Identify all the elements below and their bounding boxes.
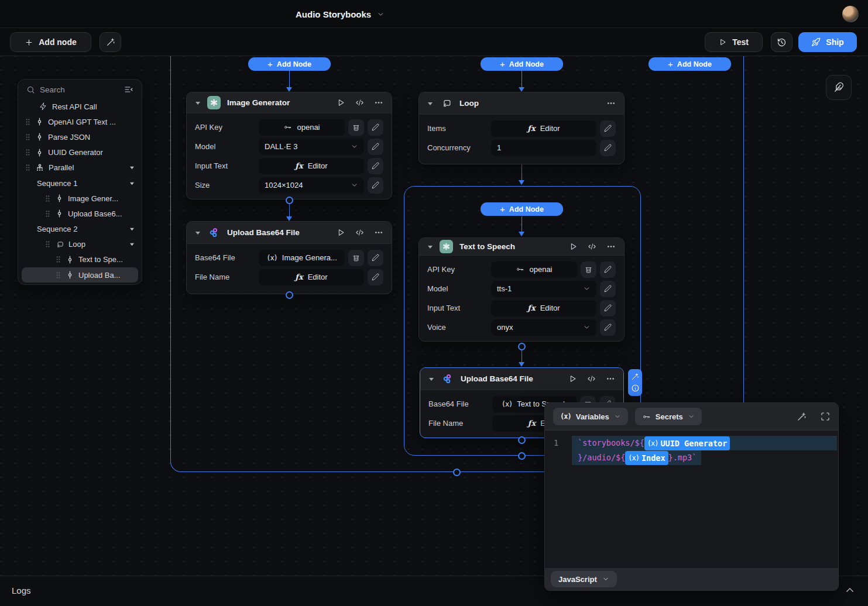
sidebar-item-upload-base64[interactable]: Upload Base6... <box>22 206 138 221</box>
delete-value-button[interactable] <box>348 250 364 266</box>
node-image-generator[interactable]: Image Generator API Key openai Model DAL… <box>186 92 392 199</box>
model-select[interactable]: DALL·E 3 <box>259 139 364 155</box>
edit-value-button[interactable] <box>600 300 616 316</box>
variable-value[interactable]: (x) Image Genera... <box>259 250 345 266</box>
collapse-caret-icon[interactable] <box>427 101 433 106</box>
history-button[interactable] <box>771 32 792 52</box>
node-text-to-speech[interactable]: Text to Speech API Key openai Model tts-… <box>418 237 625 342</box>
edit-value-button[interactable] <box>600 120 616 137</box>
code-view-icon[interactable] <box>587 242 597 251</box>
add-node-button-branch3[interactable]: + Add Node <box>649 57 731 71</box>
output-port[interactable] <box>286 197 293 204</box>
add-node-button-branch2[interactable]: + Add Node <box>481 57 563 71</box>
drag-handle-icon[interactable] <box>25 118 31 126</box>
api-key-value[interactable]: openai <box>491 261 577 278</box>
project-switcher[interactable]: Audio Storybooks <box>296 0 385 28</box>
info-icon[interactable] <box>631 384 640 392</box>
output-port[interactable] <box>518 343 526 350</box>
edit-value-button[interactable] <box>368 119 383 136</box>
node-upload-base64-file-1[interactable]: Upload Base64 File Base64 File (x) Image… <box>186 221 392 294</box>
edit-value-button[interactable] <box>368 139 383 155</box>
ship-button[interactable]: Ship <box>798 32 857 52</box>
sidebar-item-loop[interactable]: Loop <box>22 237 138 252</box>
avatar[interactable] <box>842 6 859 22</box>
edit-value-button[interactable] <box>368 250 383 266</box>
node-menu-icon[interactable] <box>606 374 615 383</box>
run-node-icon[interactable] <box>337 228 345 237</box>
node-menu-icon[interactable] <box>374 228 383 237</box>
loop-exit-port[interactable] <box>518 452 526 460</box>
variable-pill-uuid-generator[interactable]: (x)UUID Generator <box>644 436 730 450</box>
api-key-value[interactable]: openai <box>259 119 345 136</box>
fullscreen-icon[interactable] <box>821 412 830 421</box>
code-view-icon[interactable] <box>586 374 596 383</box>
concurrency-value[interactable]: 1 <box>491 140 596 156</box>
node-loop[interactable]: Loop Items ƒx Editor Concurrency 1 <box>418 92 625 164</box>
model-select[interactable]: tts-1 <box>491 281 596 297</box>
delete-value-button[interactable] <box>581 261 596 278</box>
sidebar-item-parse-json[interactable]: Parse JSON <box>22 129 138 144</box>
sidebar-item-text-to-speech[interactable]: Text to Spe... <box>22 252 138 267</box>
voice-select[interactable]: onyx <box>491 319 596 336</box>
editor-value[interactable]: ƒx Editor <box>491 300 596 316</box>
collapse-caret-icon[interactable] <box>195 230 201 235</box>
drag-handle-icon[interactable] <box>25 149 31 156</box>
edit-value-button[interactable] <box>600 319 616 336</box>
node-menu-icon[interactable] <box>374 98 383 107</box>
ai-assistant-button[interactable] <box>100 32 121 52</box>
variable-pill-index[interactable]: (x)Index <box>625 451 668 465</box>
collapse-caret-icon[interactable] <box>427 245 433 249</box>
add-node-button-loop-body[interactable]: + Add Node <box>481 202 563 216</box>
drag-handle-icon[interactable] <box>45 195 51 202</box>
editor-value[interactable]: ƒx Editor <box>259 158 364 174</box>
drag-handle-icon[interactable] <box>45 210 51 218</box>
sidebar-item-parallel[interactable]: Parallel <box>22 160 138 175</box>
test-button[interactable]: Test <box>705 32 763 52</box>
sidebar-item-sequence-2[interactable]: Sequence 2 <box>22 222 138 237</box>
variables-dropdown[interactable]: (x) Variables <box>553 408 628 425</box>
secrets-dropdown[interactable]: Secrets <box>635 408 702 425</box>
sidebar-item-upload-base64-2[interactable]: Upload Ba... <box>22 267 138 283</box>
sidebar-item-rest-api-call[interactable]: Rest API Call <box>22 99 138 114</box>
delete-value-button[interactable] <box>348 119 364 136</box>
run-node-icon[interactable] <box>569 242 578 251</box>
run-node-icon[interactable] <box>337 98 345 107</box>
code-view-icon[interactable] <box>355 98 365 107</box>
chevron-down-icon[interactable] <box>129 181 135 185</box>
edit-value-button[interactable] <box>368 269 383 285</box>
drag-handle-icon[interactable] <box>56 271 61 279</box>
annotate-button[interactable] <box>826 75 852 100</box>
expand-logs-button[interactable] <box>845 585 855 595</box>
node-menu-icon[interactable] <box>606 242 616 251</box>
editor-value[interactable]: ƒx Editor <box>259 269 364 285</box>
chevron-down-icon[interactable] <box>129 227 135 231</box>
edit-value-button[interactable] <box>600 281 616 297</box>
run-node-icon[interactable] <box>568 374 577 383</box>
edit-value-button[interactable] <box>600 261 616 278</box>
output-port[interactable] <box>286 291 293 299</box>
node-menu-icon[interactable] <box>606 99 616 108</box>
code-area[interactable]: 1 `storybooks/${(x)UUID Generator }/audi… <box>545 431 838 568</box>
language-dropdown[interactable]: JavaScript <box>551 571 617 587</box>
collapse-caret-icon[interactable] <box>428 377 434 381</box>
ai-wand-icon[interactable] <box>797 412 807 422</box>
drag-handle-icon[interactable] <box>45 240 51 248</box>
ai-wand-icon[interactable] <box>631 373 639 381</box>
collapse-caret-icon[interactable] <box>195 101 201 105</box>
edit-value-button[interactable] <box>368 158 383 174</box>
chevron-down-icon[interactable] <box>129 166 135 170</box>
editor-value[interactable]: ƒx Editor <box>491 120 596 137</box>
code-view-icon[interactable] <box>355 228 365 237</box>
add-node-button-branch1[interactable]: + Add Node <box>248 57 331 71</box>
collapse-panel-icon[interactable] <box>124 85 133 94</box>
edit-value-button[interactable] <box>600 140 616 156</box>
edit-value-button[interactable] <box>368 177 383 194</box>
size-select[interactable]: 1024×1024 <box>259 177 364 194</box>
drag-handle-icon[interactable] <box>25 133 31 141</box>
code-content[interactable]: `storybooks/${(x)UUID Generator }/audio/… <box>572 436 838 568</box>
search-input[interactable] <box>40 85 119 94</box>
add-node-button[interactable]: Add node <box>10 32 91 52</box>
sidebar-item-sequence-1[interactable]: Sequence 1 <box>22 175 138 191</box>
sidebar-item-image-generator[interactable]: Image Gener... <box>22 191 138 206</box>
chevron-down-icon[interactable] <box>129 242 135 246</box>
